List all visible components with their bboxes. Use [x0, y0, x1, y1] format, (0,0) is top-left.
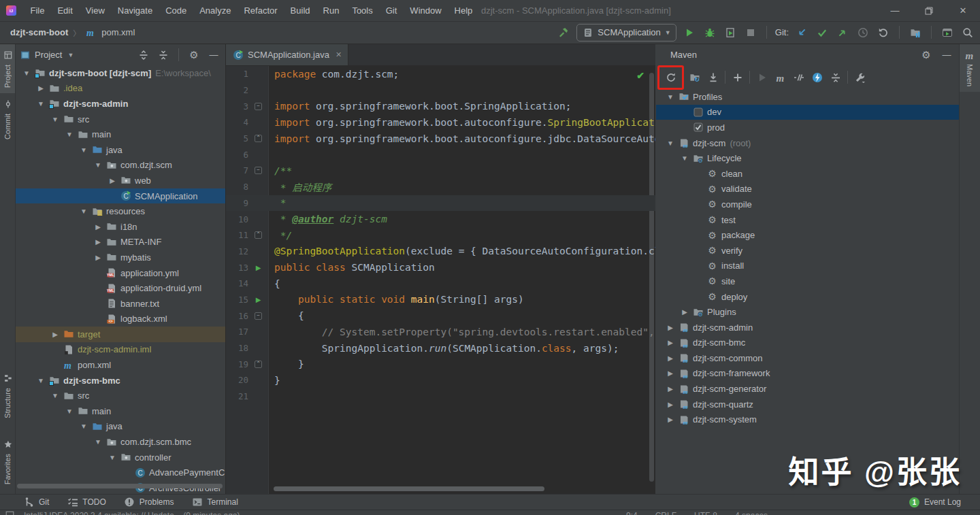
code-line-4[interactable]: 4import org.springframework.boot.autocon…	[226, 114, 655, 131]
skip-button[interactable]	[789, 69, 808, 86]
commit-button[interactable]	[815, 25, 830, 40]
menu-item-file[interactable]: File	[24, 5, 51, 16]
status-message[interactable]: IntelliJ IDEA 2020.3.4 available: // Upd…	[24, 511, 240, 515]
tree-item-prod[interactable]: prod	[656, 120, 960, 135]
caret-position[interactable]: 9:4	[626, 511, 638, 515]
chevron-right-icon[interactable]: ▶	[663, 385, 678, 393]
tree-item-dev[interactable]: dev	[656, 105, 960, 120]
tree-item-com-dzjt-scm[interactable]: ▼com.dzjt.scm	[15, 158, 225, 173]
run-gutter-icon[interactable]: ▶	[256, 296, 261, 303]
tree-item-web[interactable]: ▶web	[15, 173, 225, 188]
menu-item-edit[interactable]: Edit	[51, 5, 79, 16]
breadcrumb-file[interactable]: pom.xml	[101, 27, 135, 37]
playdis-button[interactable]	[753, 69, 771, 86]
chevron-right-icon[interactable]: ▶	[33, 84, 48, 92]
breadcrumb-project[interactable]: dzjt-scm-boot	[10, 27, 68, 37]
chevron-down-icon[interactable]: ▼	[105, 454, 120, 461]
collapseall-button[interactable]	[156, 48, 171, 63]
tree-item-meta-inf[interactable]: ▶META-INF	[15, 235, 225, 250]
bug-button[interactable]	[702, 25, 717, 40]
close-button[interactable]: ✕	[946, 0, 980, 21]
chevron-down-icon[interactable]: ▼	[76, 146, 91, 154]
tree-item-java[interactable]: ▼java	[15, 142, 225, 158]
code-line-20[interactable]: 20}	[226, 372, 655, 388]
fold-collapse-icon[interactable]: −	[255, 312, 262, 320]
mgoal-button[interactable]: m	[771, 69, 789, 86]
chevron-right-icon[interactable]: ▶	[663, 324, 678, 331]
tree-item-verify[interactable]: ⚙verify	[656, 243, 960, 259]
menu-item-build[interactable]: Build	[284, 5, 316, 16]
gen-button[interactable]: ↻	[685, 69, 704, 86]
menu-item-analyze[interactable]: Analyze	[193, 5, 238, 16]
fold-end-icon[interactable]: ⌃	[255, 361, 262, 368]
menu-item-tools[interactable]: Tools	[346, 5, 379, 16]
tree-item-dzjt-scm-system[interactable]: ▶mdzjt-scm-system	[656, 412, 960, 427]
chevron-down-icon[interactable]: ▼	[91, 161, 105, 169]
chevron-down-icon[interactable]: ▼	[62, 131, 77, 138]
chevron-right-icon[interactable]: ▶	[91, 223, 105, 231]
menu-item-help[interactable]: Help	[448, 5, 479, 16]
tree-item-application-druid-yml[interactable]: YMLapplication-druid.yml	[15, 280, 225, 296]
minimize-button[interactable]: —	[878, 0, 912, 21]
chevron-right-icon[interactable]: ▶	[663, 416, 678, 423]
code-line-3[interactable]: 3−import org.springframework.boot.Spring…	[226, 98, 655, 114]
code-line-21[interactable]: 21	[226, 388, 655, 405]
push-button[interactable]	[835, 25, 850, 40]
tree-item-lifecycle[interactable]: ▼⚙Lifecycle	[656, 150, 960, 166]
tree-item-deploy[interactable]: ⚙deploy	[656, 289, 960, 305]
tree-item-compile[interactable]: ⚙compile	[656, 197, 960, 212]
tree-item-i18n[interactable]: ▶i18n	[15, 219, 225, 235]
todo-tool-window-button[interactable]: TODO	[67, 497, 105, 508]
gear-button[interactable]: ⚙	[919, 48, 934, 63]
menu-item-run[interactable]: Run	[316, 5, 346, 16]
project-horizontal-scrollbar[interactable]	[17, 484, 223, 488]
code-line-14[interactable]: 14{	[226, 276, 655, 292]
chevron-right-icon[interactable]: ▶	[91, 254, 105, 261]
fold-collapse-icon[interactable]: −	[255, 103, 262, 110]
code-line-6[interactable]: 6	[226, 146, 655, 163]
tree-item-advancepaymentc[interactable]: CAdvancePaymentC	[15, 465, 225, 480]
maximize-button[interactable]	[912, 0, 946, 21]
offline-button[interactable]	[808, 69, 826, 86]
menu-item-view[interactable]: View	[79, 5, 111, 16]
chevron-right-icon[interactable]: ▶	[91, 238, 105, 246]
tree-item-main[interactable]: ▼main	[15, 403, 225, 419]
tree-item-pom-xml[interactable]: mpom.xml	[15, 357, 225, 373]
chevron-right-icon[interactable]: ▶	[105, 177, 120, 184]
tree-item-dzjt-scm-admin[interactable]: ▼dzjt-scm-admin	[15, 96, 225, 112]
tree-item-dzjt-scm-common[interactable]: ▶mdzjt-scm-common	[656, 350, 960, 366]
tree-item-validate[interactable]: ⚙validate	[656, 182, 960, 197]
chevron-down-icon[interactable]: ▼	[62, 408, 77, 415]
tree-item-target[interactable]: ▶target	[15, 327, 225, 342]
chevron-right-icon[interactable]: ▶	[48, 331, 63, 338]
code-line-17[interactable]: 17 // System.setProperty("spring.devtool…	[226, 324, 655, 340]
tree-item-dzjt-scm-boot-dzjt-scm-[interactable]: ▼dzjt-scm-boot [dzjt-scm] E:\workspace\	[15, 65, 225, 81]
maven-stripe-tab[interactable]: mMaven	[960, 44, 980, 92]
wrench-button[interactable]	[851, 69, 869, 86]
tree-item-src[interactable]: ▼src	[15, 388, 225, 403]
chevron-down-icon[interactable]: ▼	[48, 116, 63, 123]
editor-tab[interactable]: C SCMApplication.java ✕	[226, 44, 348, 65]
search-button[interactable]	[960, 25, 975, 40]
run-gutter-icon[interactable]: ▶	[256, 264, 261, 271]
code-line-19[interactable]: 19⌃ }	[226, 356, 655, 372]
chevron-down-icon[interactable]: ▼	[91, 438, 105, 446]
project-panel-title[interactable]: Project	[35, 50, 62, 60]
chevron-down-icon[interactable]: ▼	[76, 207, 91, 215]
tree-item-dzjt-scm[interactable]: ▼mdzjt-scm (root)	[656, 135, 960, 151]
stripe-tab-commit[interactable]: Commit	[0, 93, 15, 145]
history-button[interactable]	[855, 25, 870, 40]
tree-item-mybatis[interactable]: ▶mybatis	[15, 250, 225, 265]
stripe-tab-project[interactable]: Project	[0, 44, 15, 93]
tree-item-test[interactable]: ⚙test	[656, 212, 960, 228]
folders-button[interactable]	[908, 25, 923, 40]
chevron-down-icon[interactable]: ▼	[33, 377, 48, 384]
tree-item-dzjt-scm-generator[interactable]: ▶mdzjt-scm-generator	[656, 381, 960, 397]
menu-item-refactor[interactable]: Refactor	[238, 5, 284, 16]
tree-item-dzjt-scm-bmc[interactable]: ▶mdzjt-scm-bmc	[656, 335, 960, 351]
indent-setting[interactable]: 4 spaces	[735, 511, 768, 515]
chevron-down-icon[interactable]: ▼	[663, 93, 678, 101]
rollback-button[interactable]	[876, 25, 891, 40]
menu-item-git[interactable]: Git	[379, 5, 404, 16]
event-log-button[interactable]: 1 Event Log	[909, 497, 961, 508]
